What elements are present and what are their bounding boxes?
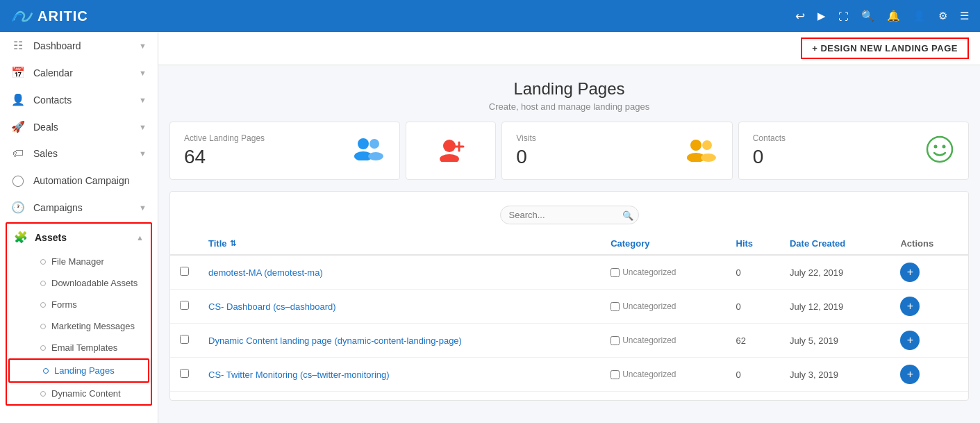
th-actions: Actions xyxy=(890,233,968,255)
action-btn-0[interactable]: + xyxy=(900,263,920,282)
action-btn-1[interactable]: + xyxy=(900,297,920,316)
automation-icon: ◯ xyxy=(11,174,25,187)
sidebar-item-deals[interactable]: 🚀 Deals ▼ xyxy=(0,113,158,140)
page-subtitle: Create, host and manage landing pages xyxy=(169,101,969,112)
sidebar-item-dashboard[interactable]: ☷ Dashboard ▼ xyxy=(0,32,158,59)
sidebar-sub-marketing[interactable]: Marketing Messages xyxy=(7,315,151,337)
cat-checkbox-2[interactable] xyxy=(611,336,620,345)
svg-point-13 xyxy=(933,145,937,149)
td-date-2: July 5, 2019 xyxy=(780,324,890,358)
sidebar-label-campaigns: Campaigns xyxy=(33,202,83,213)
sub-label-email-templates: Email Templates xyxy=(51,342,117,353)
sub-dot-landing-icon xyxy=(43,368,49,374)
row-checkbox-0[interactable] xyxy=(180,267,189,276)
cat-checkbox-1[interactable] xyxy=(611,302,620,311)
stats-row: Active Landing Pages 64 xyxy=(158,122,980,191)
table-row: Dynamic Content landing page (dynamic-co… xyxy=(170,324,968,358)
svg-point-3 xyxy=(368,152,383,160)
sidebar-item-calendar[interactable]: 📅 Calendar ▼ xyxy=(0,59,158,86)
td-category-2: Uncategorized xyxy=(601,324,726,358)
td-date-0: July 22, 2019 xyxy=(780,255,890,290)
sidebar-sub-landing-pages[interactable]: Landing Pages xyxy=(8,358,149,383)
stat-card-active-pages: Active Landing Pages 64 xyxy=(169,122,400,180)
th-title[interactable]: Title ⇅ xyxy=(199,233,601,255)
row-title-link-3[interactable]: CS- Twitter Monitoring (cs–twitter-monit… xyxy=(208,370,390,380)
logo: ARITIC xyxy=(11,8,88,24)
action-btn-3[interactable]: + xyxy=(900,365,920,384)
svg-point-5 xyxy=(440,154,459,162)
row-checkbox-1[interactable] xyxy=(180,301,189,310)
play-icon[interactable]: ▶ xyxy=(817,10,826,22)
profile-icon[interactable]: 👤 xyxy=(913,10,926,22)
td-checkbox-1 xyxy=(170,290,199,324)
sub-label-downloadable: Downloadable Assets xyxy=(51,278,138,288)
deals-icon: 🚀 xyxy=(11,120,25,133)
stat-label-contacts: Contacts xyxy=(753,133,786,143)
svg-point-2 xyxy=(369,139,379,149)
landing-pages-table: Title ⇅ Category Hits Date Created Actio… xyxy=(170,233,968,392)
td-category-0: Uncategorized xyxy=(601,255,726,290)
red-add-user-svg xyxy=(435,137,466,162)
row-title-link-2[interactable]: Dynamic Content landing page (dynamic-co… xyxy=(208,335,462,346)
assets-icon: 🧩 xyxy=(14,231,28,244)
sidebar-item-automation[interactable]: ◯ Automation Campaign xyxy=(0,167,158,194)
sidebar-label-dashboard: Dashboard xyxy=(33,40,81,51)
undo-icon[interactable]: ↩ xyxy=(795,9,805,24)
design-new-landing-page-button[interactable]: + DESIGN NEW LANDING PAGE xyxy=(801,38,969,59)
sub-dot-icon xyxy=(40,345,46,351)
stat-icon-green-face xyxy=(925,135,954,167)
chevron-icon: ▼ xyxy=(139,123,147,131)
td-actions-3: + xyxy=(890,358,968,392)
settings-icon[interactable]: ⚙ xyxy=(938,10,947,22)
svg-point-4 xyxy=(443,140,456,152)
row-checkbox-3[interactable] xyxy=(180,369,189,378)
calendar-icon: 📅 xyxy=(11,66,25,79)
td-checkbox-2 xyxy=(170,324,199,358)
sidebar-sub-file-manager[interactable]: File Manager xyxy=(7,251,151,272)
sidebar-label-automation: Automation Campaign xyxy=(33,175,130,186)
sidebar-sub-email-templates[interactable]: Email Templates xyxy=(7,337,151,358)
sidebar-item-contacts[interactable]: 👤 Contacts ▼ xyxy=(0,86,158,113)
page-title: Landing Pages xyxy=(169,79,969,99)
sidebar-item-assets[interactable]: 🧩 Assets ▲ xyxy=(7,224,151,251)
th-checkbox xyxy=(170,233,199,255)
notifications-icon[interactable]: 🔔 xyxy=(887,10,900,22)
table-header-row: Title ⇅ Category Hits Date Created Actio… xyxy=(170,233,968,255)
sub-label-marketing: Marketing Messages xyxy=(51,321,135,331)
td-checkbox-3 xyxy=(170,358,199,392)
th-title-label: Title xyxy=(208,238,227,249)
action-btn-2[interactable]: + xyxy=(900,331,920,350)
sidebar-item-sales[interactable]: 🏷 Sales ▼ xyxy=(0,140,158,167)
search-input[interactable] xyxy=(500,206,639,224)
td-title-1: CS- Dashboard (cs–dashboard) xyxy=(199,290,601,324)
sidebar-sub-forms[interactable]: Forms xyxy=(7,294,151,315)
search-icon: 🔍 xyxy=(622,210,633,220)
sidebar-sub-dynamic-content[interactable]: Dynamic Content xyxy=(7,383,151,404)
search-icon[interactable]: 🔍 xyxy=(861,10,874,22)
table-row: CS- Twitter Monitoring (cs–twitter-monit… xyxy=(170,358,968,392)
cat-checkbox-0[interactable] xyxy=(611,268,620,277)
td-date-1: July 12, 2019 xyxy=(780,290,890,324)
contacts-icon: 👤 xyxy=(11,93,25,106)
sidebar-item-campaigns[interactable]: 🕐 Campaigns ▼ xyxy=(0,194,158,221)
cat-checkbox-3[interactable] xyxy=(611,370,620,379)
td-title-2: Dynamic Content landing page (dynamic-co… xyxy=(199,324,601,358)
search-bar: 🔍 xyxy=(170,200,968,233)
row-checkbox-2[interactable] xyxy=(180,335,189,344)
th-hits[interactable]: Hits xyxy=(726,233,780,255)
sidebar-sub-downloadable[interactable]: Downloadable Assets xyxy=(7,272,151,294)
top-navigation: ARITIC ↩ ▶ ⛶ 🔍 🔔 👤 ⚙ ☰ xyxy=(0,0,980,32)
row-title-link-1[interactable]: CS- Dashboard (cs–dashboard) xyxy=(208,301,336,312)
row-title-link-0[interactable]: demotest-MA (demotest-ma) xyxy=(208,267,323,278)
stat-card-contacts: Contacts 0 xyxy=(738,122,969,180)
assets-section: 🧩 Assets ▲ File Manager Downloadable Ass… xyxy=(6,222,152,406)
td-hits-3: 0 xyxy=(726,358,780,392)
sub-dot-icon xyxy=(40,391,46,397)
th-date[interactable]: Date Created xyxy=(780,233,890,255)
dashboard-icon: ☷ xyxy=(11,39,25,52)
th-category[interactable]: Category xyxy=(601,233,726,255)
fullscreen-icon[interactable]: ⛶ xyxy=(838,10,849,22)
menu-icon[interactable]: ☰ xyxy=(960,10,969,22)
sidebar-label-sales: Sales xyxy=(33,148,58,159)
logo-icon xyxy=(11,8,33,24)
